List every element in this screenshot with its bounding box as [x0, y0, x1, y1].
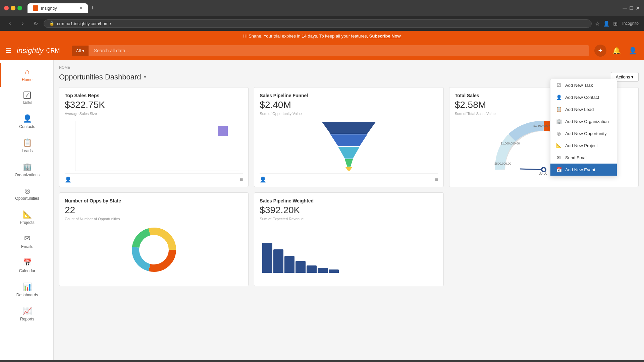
- dropdown-item-add-event[interactable]: 📅 Add New Event: [550, 164, 617, 176]
- card-title-0: Top Sales Reps: [65, 93, 243, 98]
- logo-area: insightly CRM: [17, 46, 60, 55]
- svg-marker-0: [322, 122, 376, 134]
- app-name: CRM: [46, 47, 60, 54]
- sidebar-item-calendar[interactable]: 📅 Calendar: [0, 254, 53, 278]
- dropdown-item-add-opportunity[interactable]: ◎ Add New Opportunity: [550, 127, 617, 139]
- event-dropdown-icon: 📅: [556, 167, 562, 172]
- app-header: ☰ insightly CRM All ▾ + 🔔 👤: [0, 41, 644, 60]
- window-close-btn[interactable]: [4, 6, 9, 10]
- sidebar-item-contacts[interactable]: 👤 Contacts: [0, 110, 53, 134]
- url-bar[interactable]: 🔒 crm.na1.insightly.com/home: [44, 19, 592, 28]
- sidebar-item-tasks[interactable]: ✓ Tasks: [0, 87, 53, 110]
- card-value-3: 22: [65, 205, 243, 216]
- active-tab[interactable]: Insightly ✕: [28, 3, 88, 13]
- notifications-btn[interactable]: 🔔: [610, 45, 623, 57]
- dropdown-item-add-lead[interactable]: 📋 Add New Lead: [550, 103, 617, 115]
- task-icon: ☑: [556, 82, 562, 88]
- card-subtitle-3: Count of Number of Opportunities: [65, 217, 243, 221]
- contact-dropdown-icon: 👤: [556, 95, 562, 100]
- card-subtitle-0: Average Sales Size: [65, 112, 243, 116]
- browser-chrome: Insightly ✕ + ─ □ ✕: [0, 0, 644, 16]
- tab-favicon: [33, 5, 38, 11]
- card-title-3: Number of Opps by State: [65, 198, 243, 203]
- reload-btn[interactable]: ↻: [31, 19, 40, 28]
- sidebar-label-tasks: Tasks: [22, 100, 33, 105]
- back-btn[interactable]: ‹: [5, 19, 15, 28]
- wf-bar-2: [273, 249, 283, 273]
- page-title: Opportunities Dashboard ▾: [59, 73, 146, 81]
- opp-dropdown-icon: ◎: [556, 131, 562, 136]
- minimize-window-btn[interactable]: ─: [623, 5, 627, 12]
- dropdown-label-add-contact: Add New Contact: [565, 95, 599, 100]
- card-value-1: $2.40M: [260, 100, 438, 110]
- list-icon-1[interactable]: ≡: [435, 177, 438, 183]
- extensions-icon[interactable]: ⊞: [613, 20, 618, 27]
- profile-icon[interactable]: 👤: [603, 20, 610, 27]
- address-bar: ‹ › ↻ 🔒 crm.na1.insightly.com/home ☆ 👤 ⊞…: [0, 16, 644, 31]
- org-dropdown-icon: 🏢: [556, 119, 562, 124]
- dropdown-label-send-email: Send Email: [565, 155, 587, 160]
- sidebar-label-contacts: Contacts: [19, 124, 35, 129]
- dropdown-item-add-contact[interactable]: 👤 Add New Contact: [550, 91, 617, 103]
- status-bar: https://crm.na1.insightly.com/Create/Eve…: [0, 360, 644, 362]
- search-input[interactable]: [89, 45, 589, 56]
- page-title-dropdown-btn[interactable]: ▾: [144, 74, 146, 79]
- card-sales-pipeline-weighted: Sales Pipeline Weighted $392.20K Sum of …: [254, 192, 443, 286]
- card-subtitle-1: Sum of Opportunity Value: [260, 112, 438, 116]
- close-window-btn[interactable]: ✕: [636, 5, 640, 11]
- forward-btn[interactable]: ›: [18, 19, 28, 28]
- dropdown-item-send-email[interactable]: ✉ Send Email: [550, 152, 617, 164]
- address-bar-icons: ☆ 👤 ⊞ Incognito: [595, 20, 639, 27]
- main-content: HOME Opportunities Dashboard ▾ Actions ▾…: [54, 60, 644, 360]
- svg-line-11: [520, 169, 544, 170]
- svg-marker-3: [345, 159, 353, 167]
- hamburger-btn[interactable]: ☰: [5, 47, 11, 55]
- add-new-btn[interactable]: +: [594, 45, 606, 57]
- window-minimize-btn[interactable]: [11, 6, 15, 10]
- bookmark-icon[interactable]: ☆: [595, 20, 600, 27]
- dropdown-menu: ☑ Add New Task 👤 Add New Contact 📋 Add N…: [550, 79, 617, 176]
- sidebar-label-leads: Leads: [22, 148, 33, 153]
- sidebar-label-dashboards: Dashboards: [16, 293, 38, 297]
- notification-bar: Hi Shane. Your trial expires in 14 days.…: [0, 31, 644, 41]
- card-footer-0: 👤 ≡: [65, 173, 243, 183]
- subscribe-link[interactable]: Subscribe Now: [369, 34, 401, 39]
- card-title-1: Sales Pipeline Funnel: [260, 93, 438, 98]
- sidebar-item-opportunities[interactable]: ◎ Opportunities: [0, 182, 53, 205]
- dropdown-item-add-organization[interactable]: 🏢 Add New Organization: [550, 115, 617, 127]
- sidebar-item-leads[interactable]: 📋 Leads: [0, 134, 53, 158]
- dashboards-icon: 📊: [23, 283, 32, 291]
- new-tab-btn[interactable]: +: [91, 5, 94, 12]
- card-opps-by-state: Number of Opps by State 22 Count of Numb…: [59, 192, 249, 286]
- person-icon-0[interactable]: 👤: [65, 176, 71, 183]
- dropdown-item-add-project[interactable]: 📐 Add New Project: [550, 139, 617, 152]
- tab-bar: Insightly ✕ +: [28, 3, 620, 13]
- person-icon-1[interactable]: 👤: [260, 176, 266, 183]
- tab-close-btn[interactable]: ✕: [79, 6, 83, 10]
- svg-marker-4: [345, 167, 352, 171]
- app-layout: ⌂ Home ✓ Tasks 👤 Contacts 📋 Leads 🏢 Orga…: [0, 60, 644, 360]
- sidebar-item-reports[interactable]: 📈 Reports: [0, 302, 53, 326]
- sidebar-label-emails: Emails: [21, 244, 33, 249]
- sidebar-item-dashboards[interactable]: 📊 Dashboards: [0, 278, 53, 302]
- card-title-4: Sales Pipeline Weighted: [260, 198, 438, 203]
- dropdown-label-add-project: Add New Project: [565, 143, 598, 148]
- user-avatar-btn[interactable]: 👤: [627, 45, 639, 57]
- contacts-icon: 👤: [23, 114, 32, 123]
- sidebar-item-projects[interactable]: 📐 Projects: [0, 205, 53, 230]
- sidebar-item-emails[interactable]: ✉ Emails: [0, 230, 53, 254]
- window-maximize-btn[interactable]: [17, 6, 22, 10]
- sidebar-item-organizations[interactable]: 🏢 Organizations: [0, 158, 53, 182]
- sidebar-item-home[interactable]: ⌂ Home: [0, 63, 53, 87]
- calendar-icon: 📅: [23, 258, 32, 267]
- sidebar: ⌂ Home ✓ Tasks 👤 Contacts 📋 Leads 🏢 Orga…: [0, 60, 54, 360]
- search-all-btn[interactable]: All ▾: [72, 46, 88, 56]
- dropdown-item-add-task[interactable]: ☑ Add New Task: [550, 79, 617, 91]
- reports-icon: 📈: [23, 307, 32, 315]
- restore-window-btn[interactable]: □: [630, 5, 633, 11]
- list-icon-0[interactable]: ≡: [240, 177, 243, 183]
- search-area: All ▾: [72, 45, 589, 56]
- card-value-0: $322.75K: [65, 100, 243, 110]
- page-title-text: Opportunities Dashboard: [59, 73, 141, 81]
- sidebar-label-opportunities: Opportunities: [15, 196, 39, 201]
